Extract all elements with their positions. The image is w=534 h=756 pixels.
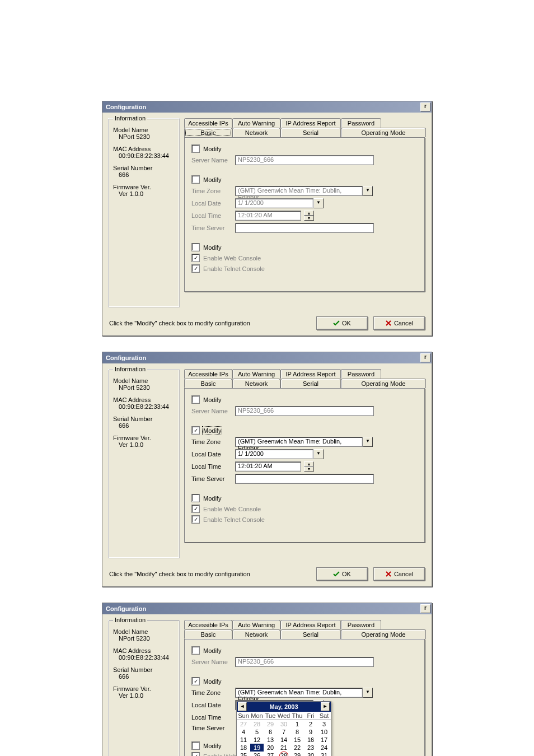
calendar-day[interactable]: 21 bbox=[277, 744, 291, 752]
time-zone-combo[interactable]: (GMT) Greenwich Mean Time: Dublin, Edinb… bbox=[235, 437, 373, 447]
calendar-day[interactable]: 31 bbox=[317, 752, 331, 756]
tab-operating-mode[interactable]: Operating Mode bbox=[341, 379, 426, 388]
calendar-day[interactable]: 29 bbox=[291, 752, 304, 756]
tab-ip-address-report[interactable]: IP Address Report bbox=[280, 620, 341, 629]
chevron-down-icon[interactable]: ▼ bbox=[363, 437, 373, 447]
tab-serial[interactable]: Serial bbox=[280, 379, 341, 388]
date-picker-popup[interactable]: ◄ May, 2003 ► SunMonTueWedThuFriSat 2728… bbox=[236, 701, 331, 756]
ok-button[interactable]: OK bbox=[316, 316, 368, 330]
calendar-day[interactable]: 30 bbox=[277, 720, 291, 729]
calendar-day[interactable]: 28 bbox=[277, 752, 291, 756]
calendar-day[interactable]: 13 bbox=[264, 736, 277, 744]
tab-operating-mode[interactable]: Operating Mode bbox=[341, 128, 426, 137]
calendar-day[interactable]: 28 bbox=[250, 720, 264, 729]
server-name-input[interactable]: NP5230_666 bbox=[235, 155, 374, 165]
enable-web-console-checkbox[interactable] bbox=[191, 752, 200, 756]
tab-network[interactable]: Network bbox=[232, 379, 280, 388]
calendar-day[interactable]: 14 bbox=[277, 736, 291, 744]
calendar-day[interactable]: 16 bbox=[304, 736, 317, 744]
calendar-day[interactable]: 2 bbox=[304, 720, 317, 729]
server-name-input[interactable]: NP5230_666 bbox=[235, 657, 374, 667]
close-icon[interactable]: r bbox=[420, 102, 430, 111]
time-zone-combo[interactable]: (GMT) Greenwich Mean Time: Dublin, Edinb… bbox=[235, 688, 373, 698]
tab-basic[interactable]: Basic bbox=[184, 379, 232, 388]
time-server-input[interactable] bbox=[235, 223, 374, 233]
tab-password[interactable]: Password bbox=[341, 369, 381, 379]
calendar-day[interactable]: 23 bbox=[304, 744, 317, 752]
modify-console-checkbox[interactable] bbox=[191, 243, 200, 251]
tab-auto-warning[interactable]: Auto Warning bbox=[232, 369, 280, 379]
calendar-day[interactable]: 6 bbox=[264, 728, 277, 736]
modify-time-checkbox[interactable] bbox=[191, 677, 200, 685]
chevron-down-icon[interactable]: ▼ bbox=[313, 449, 324, 459]
chevron-up-icon[interactable]: ▲ bbox=[304, 461, 314, 466]
tab-serial[interactable]: Serial bbox=[280, 128, 341, 137]
local-time-value[interactable]: 12:01:20 AM bbox=[235, 211, 301, 221]
tab-accessible-ips[interactable]: Accessible IPs bbox=[184, 369, 232, 379]
tab-ip-address-report[interactable]: IP Address Report bbox=[280, 369, 341, 379]
calendar-day[interactable]: 24 bbox=[317, 744, 331, 752]
enable-telnet-console-checkbox[interactable] bbox=[191, 264, 200, 273]
calendar-day[interactable]: 8 bbox=[291, 728, 304, 736]
calendar-day[interactable]: 4 bbox=[237, 728, 250, 736]
tab-auto-warning[interactable]: Auto Warning bbox=[232, 118, 280, 128]
calendar-day[interactable]: 19 bbox=[250, 744, 264, 752]
chevron-down-icon[interactable]: ▼ bbox=[363, 688, 373, 698]
calendar-day[interactable]: 15 bbox=[291, 736, 304, 744]
calendar-day[interactable]: 10 bbox=[317, 728, 331, 736]
local-date-combo[interactable]: 1/ 1/2000 ▼ bbox=[235, 198, 324, 208]
calendar-day[interactable]: 18 bbox=[237, 744, 250, 752]
chevron-down-icon[interactable]: ▼ bbox=[363, 186, 373, 196]
calendar-next-icon[interactable]: ► bbox=[321, 702, 330, 711]
close-icon[interactable]: r bbox=[420, 604, 430, 613]
calendar-day[interactable]: 1 bbox=[291, 720, 304, 729]
local-time-spinner[interactable]: ▲ ▼ bbox=[304, 461, 314, 472]
calendar-day[interactable]: 17 bbox=[317, 736, 331, 744]
calendar-day[interactable]: 27 bbox=[237, 720, 250, 729]
cancel-button[interactable]: Cancel bbox=[373, 567, 425, 581]
local-time-spinner[interactable]: ▲ ▼ bbox=[304, 211, 314, 221]
modify-server-name-checkbox[interactable] bbox=[191, 395, 200, 404]
server-name-input[interactable]: NP5230_666 bbox=[235, 406, 374, 416]
local-date-combo[interactable]: 1/ 1/2000 ▼ bbox=[235, 449, 324, 459]
tab-password[interactable]: Password bbox=[341, 620, 381, 629]
modify-console-checkbox[interactable] bbox=[191, 741, 200, 750]
tab-operating-mode[interactable]: Operating Mode bbox=[341, 629, 426, 639]
tab-ip-address-report[interactable]: IP Address Report bbox=[280, 118, 341, 128]
ok-button[interactable]: OK bbox=[316, 567, 368, 581]
calendar-day[interactable]: 7 bbox=[277, 728, 291, 736]
modify-console-checkbox[interactable] bbox=[191, 494, 200, 502]
tab-accessible-ips[interactable]: Accessible IPs bbox=[184, 118, 232, 128]
calendar-day[interactable]: 27 bbox=[264, 752, 277, 756]
chevron-up-icon[interactable]: ▲ bbox=[304, 211, 314, 216]
calendar-day[interactable]: 26 bbox=[250, 752, 264, 756]
tab-basic[interactable]: Basic bbox=[184, 128, 232, 137]
time-server-input[interactable] bbox=[235, 474, 374, 484]
chevron-down-icon[interactable]: ▼ bbox=[313, 198, 324, 208]
tab-network[interactable]: Network bbox=[232, 128, 280, 137]
calendar-prev-icon[interactable]: ◄ bbox=[238, 702, 247, 711]
enable-telnet-console-checkbox[interactable] bbox=[191, 515, 200, 524]
modify-time-checkbox[interactable] bbox=[191, 175, 200, 184]
calendar-day[interactable]: 9 bbox=[304, 728, 317, 736]
calendar-day[interactable]: 30 bbox=[304, 752, 317, 756]
close-icon[interactable]: r bbox=[420, 353, 430, 362]
tab-network[interactable]: Network bbox=[232, 629, 280, 639]
calendar-day[interactable]: 3 bbox=[317, 720, 331, 729]
modify-server-name-checkbox[interactable] bbox=[191, 144, 200, 153]
chevron-down-icon[interactable]: ▼ bbox=[304, 466, 314, 472]
tab-serial[interactable]: Serial bbox=[280, 629, 341, 639]
local-time-value[interactable]: 12:01:20 AM bbox=[235, 461, 301, 472]
enable-web-console-checkbox[interactable] bbox=[191, 254, 200, 262]
calendar-day[interactable]: 29 bbox=[264, 720, 277, 729]
tab-password[interactable]: Password bbox=[341, 118, 381, 128]
tab-basic[interactable]: Basic bbox=[184, 629, 232, 639]
enable-web-console-checkbox[interactable] bbox=[191, 505, 200, 513]
tab-accessible-ips[interactable]: Accessible IPs bbox=[184, 620, 232, 629]
tab-auto-warning[interactable]: Auto Warning bbox=[232, 620, 280, 629]
calendar-day[interactable]: 25 bbox=[237, 752, 250, 756]
calendar-day[interactable]: 5 bbox=[250, 728, 264, 736]
calendar-day[interactable]: 20 bbox=[264, 744, 277, 752]
modify-server-name-checkbox[interactable] bbox=[191, 646, 200, 655]
cancel-button[interactable]: Cancel bbox=[373, 316, 425, 330]
